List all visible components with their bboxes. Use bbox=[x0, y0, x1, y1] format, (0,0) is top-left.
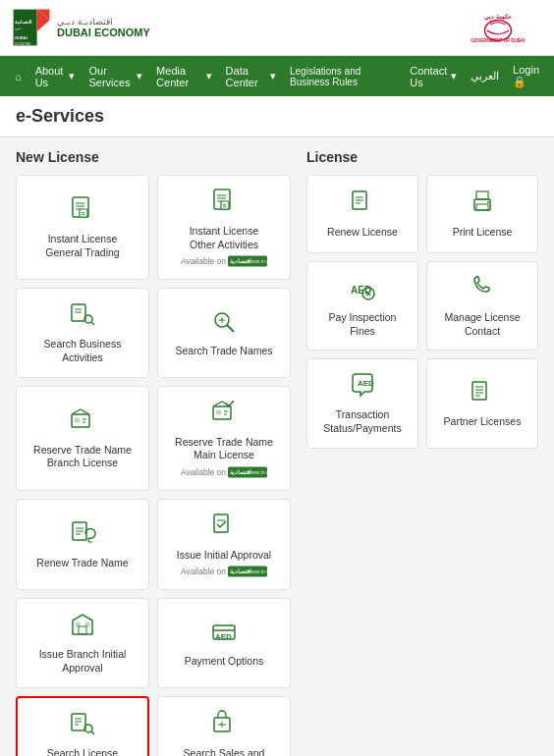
nav-login[interactable]: Login 🔒 bbox=[506, 56, 546, 96]
svg-line-31 bbox=[91, 322, 94, 325]
card-search-license-info[interactable]: Search License Information bbox=[16, 696, 149, 756]
nav-media-center[interactable]: Media Center ▾ bbox=[149, 57, 218, 96]
new-license-row-1: = Instant LicenseGeneral Trading = Insta… bbox=[16, 175, 291, 280]
svg-rect-37 bbox=[75, 418, 80, 422]
partner-licenses-icon bbox=[469, 378, 496, 409]
svg-rect-87 bbox=[476, 204, 488, 210]
transaction-status-icon: AED bbox=[349, 371, 376, 403]
home-icon: ⌂ bbox=[15, 71, 22, 82]
nav-legislations[interactable]: Legislations and Business Rules bbox=[283, 58, 403, 95]
card-transaction-status[interactable]: AED Transaction Status/Payments bbox=[306, 358, 418, 448]
print-license-icon bbox=[469, 189, 496, 220]
svg-text:invest in dubai: invest in dubai bbox=[248, 260, 267, 265]
reserve-trade-branch-label: Reserve Trade NameBranch License bbox=[33, 444, 132, 470]
issue-initial-approval-icon bbox=[210, 512, 238, 543]
nav-our-services[interactable]: Our Services ▾ bbox=[82, 57, 149, 96]
renew-license-icon bbox=[349, 189, 376, 220]
license-section: License Renew License Print License bbox=[306, 149, 538, 756]
instant-license-general-label: Instant LicenseGeneral Trading bbox=[45, 233, 119, 259]
nav-home[interactable]: ⌂ bbox=[8, 63, 28, 90]
renew-license-label: Renew License bbox=[327, 226, 398, 240]
renew-trade-name-label: Renew Trade Name bbox=[36, 557, 128, 570]
card-payment-options[interactable]: AED Payment Options bbox=[157, 598, 291, 687]
card-partner-licenses[interactable]: Partner Licenses bbox=[426, 358, 538, 448]
nav-arabic[interactable]: العربي bbox=[464, 62, 506, 90]
pay-inspection-fines-icon: AED bbox=[349, 274, 376, 305]
card-print-license[interactable]: Print License bbox=[426, 175, 538, 253]
search-sales-promotions-icon bbox=[210, 710, 238, 741]
svg-rect-94 bbox=[472, 382, 486, 400]
svg-text:invest in dubai: invest in dubai bbox=[248, 570, 267, 575]
payment-options-label: Payment Options bbox=[185, 655, 264, 669]
partner-licenses-label: Partner Licenses bbox=[444, 415, 522, 429]
svg-text:GOVERNMENT OF DUBAI: GOVERNMENT OF DUBAI bbox=[471, 38, 525, 43]
reserve-trade-branch-icon bbox=[69, 406, 96, 438]
manage-license-contact-label: Manage License Contact bbox=[435, 311, 529, 338]
print-license-label: Print License bbox=[453, 226, 513, 240]
license-row-3: AED Transaction Status/Payments Partner … bbox=[306, 358, 538, 448]
search-trade-names-label: Search Trade Names bbox=[175, 345, 272, 358]
nav-data-center[interactable]: Data Center ▾ bbox=[219, 57, 283, 96]
svg-line-67 bbox=[91, 731, 94, 734]
search-license-info-icon bbox=[69, 710, 96, 741]
new-license-row-3: Reserve Trade NameBranch License Reserve… bbox=[16, 386, 291, 491]
card-pay-inspection-fines[interactable]: AED Pay Inspection Fines bbox=[306, 261, 418, 351]
card-issue-initial-approval[interactable]: Issue Initial Approval Available on اقتص… bbox=[157, 499, 291, 591]
nav-right: العربي Login 🔒 bbox=[464, 56, 546, 96]
instant-license-other-label: Instant LicenseOther Activities bbox=[190, 225, 259, 251]
services-layout: New License = Instant LicenseGeneral Tra… bbox=[16, 149, 538, 756]
svg-rect-51 bbox=[214, 514, 228, 532]
search-license-info-label: Search License Information bbox=[26, 747, 139, 756]
svg-rect-41 bbox=[216, 410, 221, 414]
arrow-down-icon2: ▾ bbox=[137, 70, 142, 82]
new-license-section: New License = Instant LicenseGeneral Tra… bbox=[16, 149, 291, 756]
main-content: New License = Instant LicenseGeneral Tra… bbox=[0, 137, 554, 756]
svg-text:DUBAI: DUBAI bbox=[15, 35, 28, 40]
instant-license-other-icon: = bbox=[210, 188, 238, 219]
card-instant-license-general[interactable]: = Instant LicenseGeneral Trading bbox=[16, 175, 149, 280]
svg-text:=: = bbox=[223, 202, 227, 209]
new-license-header: New License bbox=[16, 149, 291, 165]
reserve-trade-main-icon bbox=[210, 399, 238, 430]
svg-text:دبـي: دبـي bbox=[15, 26, 22, 30]
issue-initial-approval-label: Issue Initial Approval bbox=[177, 549, 271, 563]
card-renew-trade-name[interactable]: Renew Trade Name bbox=[16, 499, 149, 591]
navigation: ⌂ About Us ▾ Our Services ▾ Media Center… bbox=[0, 56, 554, 96]
card-renew-license[interactable]: Renew License bbox=[306, 175, 418, 253]
arrow-down-icon: ▾ bbox=[69, 70, 75, 82]
license-row-1: Renew License Print License bbox=[306, 175, 538, 253]
available-on-badge-2: Available on اقتصاديةinvest in dubai bbox=[181, 466, 267, 478]
new-license-row-2: Search Business Activities Search Trade … bbox=[16, 288, 291, 377]
manage-license-contact-icon bbox=[469, 274, 496, 305]
card-reserve-trade-branch[interactable]: Reserve Trade NameBranch License bbox=[16, 386, 149, 491]
renew-trade-name-icon bbox=[69, 519, 96, 551]
card-issue-branch-initial[interactable]: Issue Branch Initial Approval bbox=[16, 598, 149, 687]
new-license-row-4: Renew Trade Name Issue Initial Approval … bbox=[16, 499, 291, 591]
license-row-2: AED Pay Inspection Fines Manage License … bbox=[306, 261, 538, 351]
card-reserve-trade-main[interactable]: Reserve Trade NameMain License Available… bbox=[157, 386, 291, 491]
arrow-down-icon3: ▾ bbox=[206, 70, 212, 82]
svg-rect-86 bbox=[476, 191, 488, 199]
card-search-sales-promotions[interactable]: Search Sales and Promotions bbox=[157, 696, 291, 756]
svg-text:AED: AED bbox=[215, 632, 232, 641]
card-instant-license-other[interactable]: = Instant LicenseOther Activities Availa… bbox=[157, 175, 291, 280]
svg-rect-56 bbox=[79, 626, 86, 634]
arrow-down-icon4: ▾ bbox=[270, 70, 276, 82]
svg-text:AED: AED bbox=[358, 379, 374, 388]
logo-left: اقتصادية دبـي DUBAI ECONOMY اقتصاديـة دب… bbox=[12, 8, 150, 47]
card-search-trade-names[interactable]: Search Trade Names bbox=[157, 288, 291, 377]
dubai-economy-logo-icon: اقتصادية دبـي DUBAI ECONOMY bbox=[12, 8, 51, 47]
nav-about[interactable]: About Us ▾ bbox=[28, 57, 83, 96]
gov-dubai-logo: حكومة دبي GOVERNMENT OF DUBAI bbox=[454, 10, 542, 45]
transaction-status-label: Transaction Status/Payments bbox=[315, 408, 410, 435]
search-sales-promotions-label: Search Sales and Promotions bbox=[166, 747, 282, 756]
instant-license-general-icon: = bbox=[69, 195, 96, 227]
new-license-row-5: Issue Branch Initial Approval AED Paymen… bbox=[16, 598, 291, 687]
svg-point-88 bbox=[487, 201, 489, 203]
reserve-trade-main-label: Reserve Trade NameMain License bbox=[175, 436, 273, 462]
card-search-business[interactable]: Search Business Activities bbox=[16, 288, 149, 377]
card-manage-license-contact[interactable]: Manage License Contact bbox=[426, 261, 538, 351]
nav-contact[interactable]: Contact Us ▾ bbox=[403, 57, 464, 96]
available-on-badge-3: Available on اقتصاديةinvest in dubai bbox=[181, 566, 267, 577]
search-trade-names-icon bbox=[210, 307, 238, 339]
